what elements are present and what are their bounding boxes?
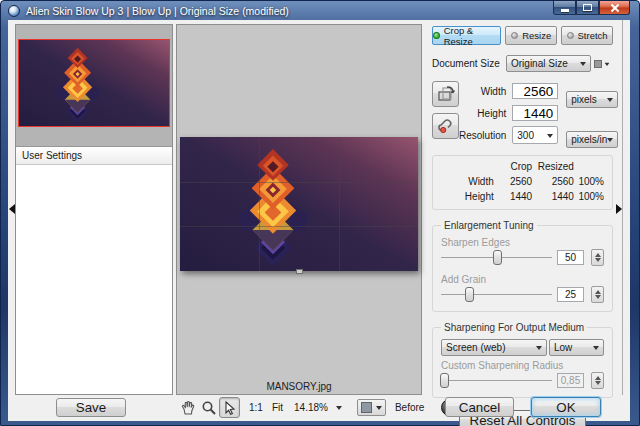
slider-thumb[interactable] bbox=[465, 287, 474, 302]
sharpening-amount-select[interactable]: Low bbox=[549, 339, 604, 356]
tab-crop-and-resize[interactable]: Crop & Resize bbox=[432, 26, 501, 45]
rotate-crop-button[interactable] bbox=[432, 81, 459, 107]
chevron-down-icon bbox=[536, 346, 542, 353]
spin-down-icon bbox=[595, 295, 601, 299]
chevron-down-icon bbox=[580, 62, 586, 69]
chevron-down-icon bbox=[376, 406, 382, 413]
width-label: Width bbox=[459, 86, 512, 97]
minimize-button[interactable] bbox=[553, 1, 576, 15]
lock-proportions-icon bbox=[437, 117, 455, 135]
chevron-down-icon bbox=[336, 406, 342, 413]
crop-grid-line bbox=[259, 137, 260, 271]
table-row: Width 2560 2560 100% bbox=[439, 174, 606, 189]
maximize-icon bbox=[583, 4, 592, 11]
titlebar: Alien Skin Blow Up 3 | Blow Up | Origina… bbox=[1, 1, 639, 20]
maximize-button[interactable] bbox=[576, 1, 599, 15]
collapse-left-panel-arrow[interactable] bbox=[9, 204, 15, 214]
spin-up-icon bbox=[595, 253, 601, 257]
sharpen-edges-value[interactable]: 50 bbox=[557, 250, 584, 265]
slider-thumb[interactable] bbox=[440, 373, 449, 388]
custom-radius-slider[interactable] bbox=[441, 373, 552, 388]
table-row: Height 1440 1440 100% bbox=[439, 189, 606, 204]
app-window: Alien Skin Blow Up 3 | Blow Up | Origina… bbox=[0, 0, 640, 426]
spin-down-icon bbox=[595, 258, 601, 262]
size-summary-table: Crop Resized Width 2560 2560 100% Height… bbox=[439, 159, 606, 204]
crop-grid-line bbox=[180, 182, 418, 183]
output-sharpening-title: Sharpening For Output Medium bbox=[441, 322, 587, 333]
resolution-units-select[interactable]: pixels/in bbox=[566, 131, 618, 148]
tab-stretch[interactable]: Stretch bbox=[561, 26, 613, 45]
inactive-tab-dot-icon bbox=[567, 32, 574, 39]
output-medium-select[interactable]: Screen (web) bbox=[441, 339, 547, 356]
sharpen-edges-slider[interactable] bbox=[441, 250, 552, 265]
user-settings-header: User Settings bbox=[16, 147, 172, 165]
chevron-down-icon bbox=[607, 98, 613, 105]
add-grain-label: Add Grain bbox=[441, 274, 604, 285]
navigator-thumbnail-zone bbox=[16, 25, 172, 147]
chevron-down-icon bbox=[593, 346, 599, 353]
resized-column-header: Resized bbox=[534, 159, 576, 174]
crop-handle[interactable] bbox=[296, 269, 303, 274]
background-color-select[interactable] bbox=[357, 399, 386, 416]
document-size-select[interactable]: Original Size bbox=[506, 55, 591, 72]
app-icon bbox=[8, 5, 20, 17]
add-grain-spinner[interactable] bbox=[591, 286, 604, 303]
zoom-level-select[interactable]: 14.18% bbox=[291, 401, 345, 414]
add-grain-value[interactable]: 25 bbox=[557, 287, 584, 302]
enlargement-tuning-title: Enlargement Tuning bbox=[441, 220, 537, 231]
preview-image[interactable] bbox=[180, 137, 418, 271]
sharpen-edges-label: Sharpen Edges bbox=[441, 237, 604, 248]
width-input[interactable] bbox=[512, 83, 558, 99]
presets-menu-icon bbox=[594, 60, 602, 68]
mode-tabs: Crop & Resize Resize Stretch bbox=[432, 26, 613, 45]
custom-radius-value: 0,85 bbox=[557, 373, 584, 388]
user-settings-list[interactable] bbox=[16, 165, 172, 394]
hand-icon bbox=[180, 400, 196, 416]
window-title: Alien Skin Blow Up 3 | Blow Up | Origina… bbox=[26, 5, 289, 17]
zoom-fit-button[interactable]: Fit bbox=[272, 402, 283, 413]
crop-grid-line bbox=[339, 137, 340, 271]
resolution-label: Resolution bbox=[459, 130, 512, 141]
dialog-content: User Settings MANSORY.jpg Crop & bbox=[8, 20, 630, 421]
chevron-down-icon bbox=[607, 138, 613, 145]
color-swatch bbox=[361, 402, 372, 413]
height-input[interactable] bbox=[512, 105, 558, 121]
custom-radius-label: Custom Sharpening Radius bbox=[441, 360, 604, 371]
bottom-bar: Save 1:1 bbox=[8, 394, 630, 421]
hand-tool-button[interactable] bbox=[177, 397, 198, 418]
zoom-actual-button[interactable]: 1:1 bbox=[249, 402, 263, 413]
magnifier-icon bbox=[201, 400, 217, 416]
ok-button[interactable]: OK bbox=[531, 397, 601, 417]
close-button[interactable] bbox=[599, 1, 630, 15]
size-summary-group: Crop Resized Width 2560 2560 100% Height… bbox=[432, 155, 613, 210]
filename-label: MANSORY.jpg bbox=[177, 381, 421, 392]
inactive-tab-dot-icon bbox=[511, 32, 518, 39]
sharpen-edges-spinner[interactable] bbox=[591, 249, 604, 266]
add-grain-slider[interactable] bbox=[441, 287, 552, 302]
close-icon bbox=[610, 3, 620, 13]
chevron-down-icon bbox=[547, 134, 553, 141]
slider-thumb[interactable] bbox=[493, 250, 502, 265]
crop-tool-button[interactable] bbox=[219, 397, 240, 418]
navigator-thumbnail[interactable] bbox=[18, 39, 170, 127]
crop-resize-panel: Crop & Resize Resize Stretch Document Si… bbox=[425, 23, 618, 395]
cancel-button[interactable]: Cancel bbox=[445, 397, 514, 417]
document-size-label: Document Size bbox=[432, 58, 506, 69]
save-button[interactable]: Save bbox=[56, 398, 126, 417]
lock-proportions-button[interactable] bbox=[432, 113, 459, 139]
spin-up-icon bbox=[595, 290, 601, 294]
right-panel-divider bbox=[622, 20, 623, 395]
rotate-crop-icon bbox=[437, 85, 455, 103]
units-select[interactable]: pixels bbox=[566, 91, 618, 108]
spin-up-icon bbox=[595, 376, 601, 380]
minimize-icon bbox=[561, 9, 569, 12]
height-label: Height bbox=[459, 108, 512, 119]
before-button[interactable]: Before bbox=[395, 402, 424, 413]
arrow-cursor-icon bbox=[222, 400, 238, 416]
crop-grid-line bbox=[180, 226, 418, 227]
resolution-select[interactable]: 300 bbox=[512, 126, 558, 144]
preview-area[interactable]: MANSORY.jpg bbox=[176, 24, 422, 395]
tab-resize[interactable]: Resize bbox=[505, 26, 557, 45]
presets-menu-button[interactable] bbox=[591, 59, 613, 69]
zoom-tool-button[interactable] bbox=[198, 397, 219, 418]
